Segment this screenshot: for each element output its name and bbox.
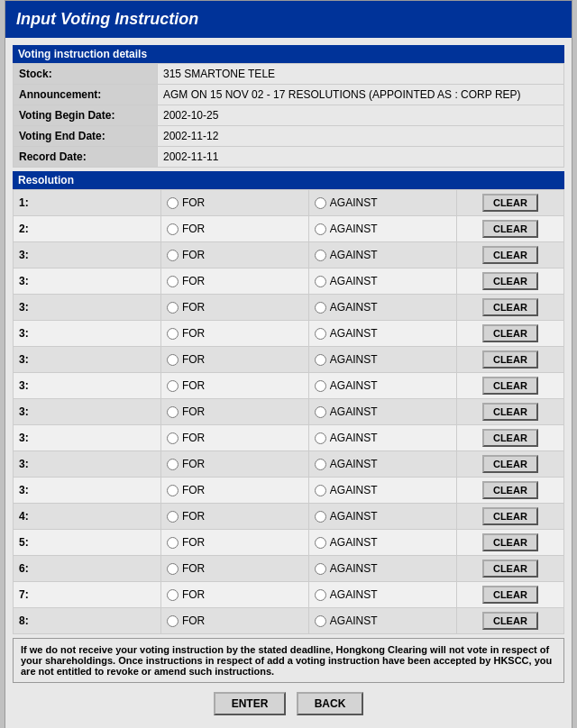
- for-label[interactable]: FOR: [167, 536, 303, 549]
- against-label[interactable]: AGAINST: [315, 196, 451, 209]
- against-radio[interactable]: [315, 302, 326, 314]
- against-radio[interactable]: [315, 328, 326, 340]
- against-radio-cell[interactable]: AGAINST: [308, 582, 456, 608]
- clear-button[interactable]: CLEAR: [482, 429, 538, 447]
- for-label[interactable]: FOR: [167, 458, 303, 470]
- against-radio[interactable]: [315, 537, 326, 549]
- against-label[interactable]: AGAINST: [315, 484, 451, 496]
- clear-button[interactable]: CLEAR: [482, 586, 538, 604]
- against-label[interactable]: AGAINST: [315, 614, 451, 627]
- for-radio[interactable]: [167, 250, 179, 261]
- against-radio[interactable]: [315, 485, 326, 496]
- for-radio[interactable]: [167, 354, 179, 366]
- against-radio-cell[interactable]: AGAINST: [308, 399, 456, 425]
- against-label[interactable]: AGAINST: [315, 458, 451, 470]
- for-radio-cell[interactable]: FOR: [160, 556, 308, 582]
- for-label[interactable]: FOR: [167, 484, 303, 496]
- clear-button[interactable]: CLEAR: [482, 220, 538, 238]
- for-label[interactable]: FOR: [167, 379, 303, 392]
- for-radio[interactable]: [167, 380, 179, 392]
- against-radio-cell[interactable]: AGAINST: [308, 425, 456, 451]
- against-radio-cell[interactable]: AGAINST: [308, 451, 456, 478]
- for-radio[interactable]: [167, 537, 179, 549]
- against-label[interactable]: AGAINST: [315, 301, 451, 314]
- for-label[interactable]: FOR: [167, 510, 303, 523]
- for-radio-cell[interactable]: FOR: [160, 608, 308, 634]
- for-label[interactable]: FOR: [167, 327, 303, 340]
- for-label[interactable]: FOR: [167, 432, 303, 444]
- for-label[interactable]: FOR: [167, 614, 303, 627]
- against-radio-cell[interactable]: AGAINST: [308, 373, 456, 399]
- clear-button[interactable]: CLEAR: [482, 612, 538, 630]
- for-label[interactable]: FOR: [167, 353, 303, 366]
- against-radio[interactable]: [315, 276, 326, 287]
- clear-button[interactable]: CLEAR: [482, 350, 538, 369]
- for-radio-cell[interactable]: FOR: [160, 582, 308, 608]
- against-radio[interactable]: [315, 459, 326, 470]
- for-label[interactable]: FOR: [167, 562, 303, 575]
- for-radio[interactable]: [167, 563, 179, 575]
- against-radio-cell[interactable]: AGAINST: [308, 530, 456, 556]
- against-radio-cell[interactable]: AGAINST: [308, 295, 456, 321]
- for-radio-cell[interactable]: FOR: [160, 373, 308, 399]
- for-label[interactable]: FOR: [167, 223, 303, 235]
- against-radio-cell[interactable]: AGAINST: [308, 268, 456, 295]
- for-radio[interactable]: [167, 328, 179, 340]
- against-radio-cell[interactable]: AGAINST: [308, 347, 456, 373]
- for-radio[interactable]: [167, 197, 179, 209]
- for-label[interactable]: FOR: [167, 405, 303, 418]
- for-radio-cell[interactable]: FOR: [160, 451, 308, 478]
- for-radio-cell[interactable]: FOR: [160, 268, 308, 295]
- against-label[interactable]: AGAINST: [315, 510, 451, 523]
- against-label[interactable]: AGAINST: [315, 432, 451, 444]
- clear-button[interactable]: CLEAR: [482, 560, 538, 578]
- enter-button[interactable]: ENTER: [214, 692, 287, 715]
- against-radio[interactable]: [315, 563, 326, 575]
- against-radio-cell[interactable]: AGAINST: [308, 190, 456, 216]
- for-radio-cell[interactable]: FOR: [160, 242, 308, 268]
- for-label[interactable]: FOR: [167, 588, 303, 601]
- for-radio[interactable]: [167, 589, 179, 601]
- for-label[interactable]: FOR: [167, 275, 303, 287]
- clear-button[interactable]: CLEAR: [482, 324, 538, 342]
- against-label[interactable]: AGAINST: [315, 327, 451, 340]
- against-radio-cell[interactable]: AGAINST: [308, 242, 456, 268]
- against-label[interactable]: AGAINST: [315, 536, 451, 549]
- against-radio-cell[interactable]: AGAINST: [308, 608, 456, 634]
- for-radio-cell[interactable]: FOR: [160, 399, 308, 425]
- for-radio[interactable]: [167, 432, 179, 444]
- against-radio[interactable]: [315, 589, 326, 601]
- for-radio[interactable]: [167, 276, 179, 287]
- against-label[interactable]: AGAINST: [315, 223, 451, 235]
- against-label[interactable]: AGAINST: [315, 588, 451, 601]
- against-label[interactable]: AGAINST: [315, 275, 451, 287]
- against-label[interactable]: AGAINST: [315, 353, 451, 366]
- for-radio-cell[interactable]: FOR: [160, 504, 308, 530]
- against-radio-cell[interactable]: AGAINST: [308, 504, 456, 530]
- clear-button[interactable]: CLEAR: [482, 298, 538, 316]
- for-label[interactable]: FOR: [167, 196, 303, 209]
- against-radio[interactable]: [315, 223, 326, 235]
- against-radio[interactable]: [315, 354, 326, 366]
- clear-button[interactable]: CLEAR: [482, 481, 538, 499]
- for-label[interactable]: FOR: [167, 301, 303, 314]
- against-radio[interactable]: [315, 511, 326, 523]
- clear-button[interactable]: CLEAR: [482, 455, 538, 473]
- clear-button[interactable]: CLEAR: [482, 533, 538, 551]
- for-radio-cell[interactable]: FOR: [160, 530, 308, 556]
- clear-button[interactable]: CLEAR: [482, 377, 538, 395]
- for-radio-cell[interactable]: FOR: [160, 478, 308, 504]
- for-radio-cell[interactable]: FOR: [160, 347, 308, 373]
- for-radio[interactable]: [167, 511, 179, 523]
- for-radio[interactable]: [167, 406, 179, 418]
- for-radio[interactable]: [167, 459, 179, 470]
- against-radio[interactable]: [315, 380, 326, 392]
- clear-button[interactable]: CLEAR: [482, 246, 538, 264]
- for-radio-cell[interactable]: FOR: [160, 295, 308, 321]
- against-label[interactable]: AGAINST: [315, 379, 451, 392]
- for-radio-cell[interactable]: FOR: [160, 216, 308, 242]
- against-radio-cell[interactable]: AGAINST: [308, 556, 456, 582]
- against-label[interactable]: AGAINST: [315, 562, 451, 575]
- for-radio-cell[interactable]: FOR: [160, 425, 308, 451]
- against-radio-cell[interactable]: AGAINST: [308, 321, 456, 347]
